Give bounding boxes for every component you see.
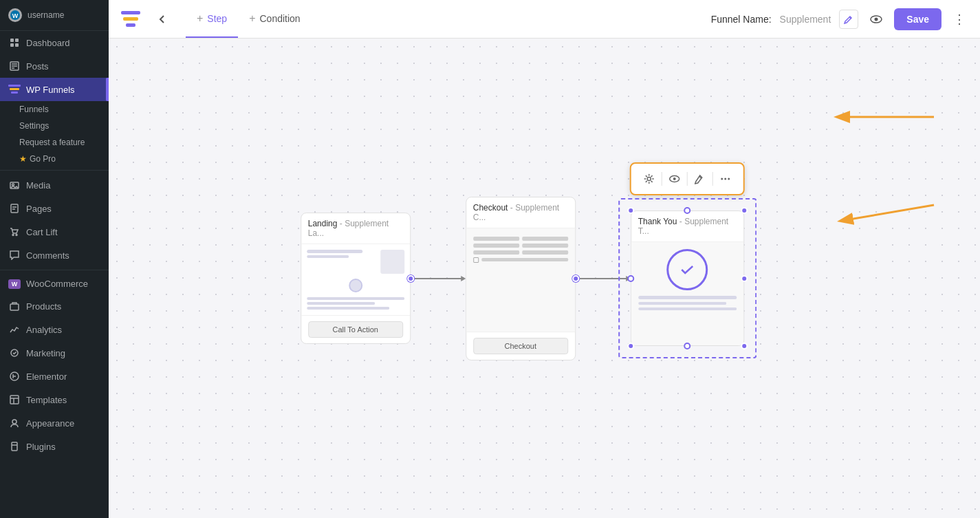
landing-preview-lines2 [307, 297, 404, 310]
sidebar-item-wp-funnels-label: WP Funnels [26, 85, 75, 95]
sidebar-item-dashboard[interactable]: Dashboard [0, 31, 109, 54]
resize-handle-tr[interactable] [741, 207, 748, 214]
svg-rect-4 [10, 43, 14, 47]
step-card-thankyou[interactable]: Thank You - Supplement T... [631, 211, 744, 346]
sidebar-item-wp-funnels[interactable]: WP Funnels [0, 78, 109, 101]
save-button[interactable]: Save [894, 8, 941, 30]
back-button[interactable] [153, 10, 172, 29]
svg-rect-29 [12, 442, 17, 451]
form-field [473, 237, 519, 241]
more-options-button[interactable]: ⋮ [950, 10, 969, 29]
svg-point-28 [12, 420, 17, 424]
sidebar-item-cart-lift[interactable]: Cart Lift [0, 220, 109, 244]
preview-button[interactable] [867, 10, 886, 29]
woocommerce-icon: W [8, 279, 21, 289]
sidebar-username: username [28, 10, 64, 20]
main-content: + Step + Condition Funnel Name: Suppleme… [109, 0, 980, 518]
toolbar-divider-2 [687, 172, 688, 186]
resize-handle-ml[interactable] [627, 275, 634, 282]
plugins-icon [8, 440, 21, 453]
landing-preview-lines [307, 250, 377, 258]
sidebar-item-appearance-label: Appearance [26, 418, 74, 429]
resize-handle-mr[interactable] [741, 275, 748, 282]
toolbar-divider-3 [712, 172, 713, 186]
landing-footer: Call To Action [301, 315, 410, 343]
sidebar-item-cart-lift-label: Cart Lift [26, 227, 58, 237]
sidebar-item-posts[interactable]: Posts [0, 54, 109, 78]
landing-preview-top [307, 250, 404, 274]
form-field [522, 250, 568, 255]
toolbar-divider-1 [662, 172, 662, 186]
wp-funnels-icon [8, 83, 21, 96]
thankyou-title: Thank You [638, 217, 677, 226]
resize-handle-tl[interactable] [627, 207, 634, 214]
sidebar-item-pages[interactable]: Pages [0, 197, 109, 220]
analytics-icon [8, 323, 21, 336]
checkout-form [473, 234, 568, 266]
templates-icon [8, 393, 21, 406]
products-icon [8, 300, 21, 312]
sidebar-item-appearance[interactable]: Appearance [0, 411, 109, 435]
svg-rect-15 [11, 204, 18, 213]
funnel-name-edit-button[interactable] [839, 10, 858, 29]
sidebar-item-elementor[interactable]: Elementor [0, 365, 109, 388]
sidebar-item-funnels[interactable]: Funnels [6, 101, 109, 118]
toolbar-edit-button[interactable] [690, 169, 710, 188]
sidebar-item-plugins[interactable]: Plugins [0, 435, 109, 458]
preview-line [307, 302, 375, 305]
card-toolbar [630, 162, 745, 195]
checkout-row [473, 244, 568, 248]
landing-cta[interactable]: Call To Action [308, 321, 403, 338]
resize-handle-bm[interactable] [684, 343, 690, 349]
checkout-title: Checkout [473, 203, 508, 213]
step-card-landing[interactable]: Landing - Supplement La... [301, 213, 411, 344]
svg-rect-10 [8, 85, 21, 87]
svg-rect-33 [126, 23, 135, 27]
sidebar-item-products[interactable]: Products [0, 294, 109, 318]
sidebar-item-marketing[interactable]: Marketing [0, 341, 109, 365]
thankyou-header: Thank You - Supplement T... [631, 211, 743, 242]
resize-handle-bl[interactable] [627, 343, 634, 349]
preview-line [307, 297, 404, 300]
sidebar-item-comments[interactable]: Comments [0, 244, 109, 267]
sidebar-item-request-feature[interactable]: Request a feature [6, 134, 109, 151]
toolbar-preview-button[interactable] [665, 169, 684, 188]
preview-line [307, 250, 363, 253]
appearance-icon [8, 417, 21, 429]
sidebar-item-woocommerce[interactable]: W WooCommerce [0, 273, 109, 294]
svg-point-41 [673, 177, 676, 180]
sidebar-user: W username [0, 0, 109, 31]
sidebar-item-templates[interactable]: Templates [0, 388, 109, 411]
svg-rect-20 [10, 304, 19, 310]
tab-step[interactable]: + Step [186, 0, 238, 38]
step-card-checkout[interactable]: Checkout - Supplement C... [466, 197, 576, 360]
tab-condition[interactable]: + Condition [238, 0, 312, 38]
posts-icon [8, 60, 21, 72]
svg-point-36 [875, 17, 878, 21]
sidebar-item-analytics[interactable]: Analytics [0, 318, 109, 341]
sidebar-item-marketing-label: Marketing [26, 348, 65, 358]
resize-handle-tm[interactable] [684, 207, 690, 214]
funnel-flow: Landing - Supplement La... [301, 197, 744, 360]
checkout-cta[interactable]: Checkout [473, 338, 568, 354]
topbar-logo [120, 8, 142, 30]
cart-lift-icon [8, 226, 21, 238]
checkout-checkbox [473, 257, 479, 263]
funnel-name-value: Supplement [780, 14, 831, 25]
dashboard-icon [8, 36, 21, 49]
preview-line [307, 307, 390, 310]
connector-dot-left [407, 275, 414, 282]
toolbar-settings-button[interactable] [640, 169, 659, 188]
sidebar-item-woocommerce-label: WooCommerce [26, 279, 88, 289]
resize-handle-br[interactable] [741, 343, 748, 349]
sidebar-item-pages-label: Pages [26, 204, 52, 214]
sidebar-item-dashboard-label: Dashboard [26, 38, 70, 48]
thankyou-preview [631, 242, 743, 345]
checkout-footer: Checkout [466, 332, 575, 360]
sidebar-item-go-pro[interactable]: ★ Go Pro [6, 151, 109, 167]
sidebar-item-media[interactable]: Media [0, 173, 109, 197]
landing-preview [301, 244, 410, 315]
sidebar-item-elementor-label: Elementor [26, 371, 67, 382]
toolbar-more-button[interactable] [716, 169, 735, 188]
sidebar-item-settings[interactable]: Settings [6, 118, 109, 134]
